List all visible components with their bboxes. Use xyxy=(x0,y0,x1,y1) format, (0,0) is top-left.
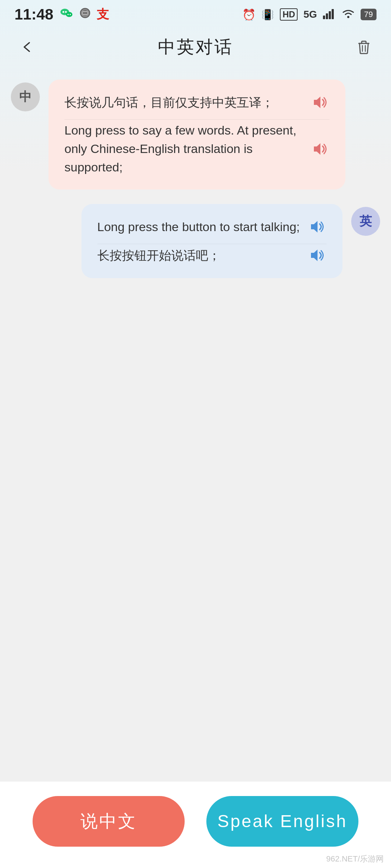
bubble-text-en: Long press to say a few words. At presen… xyxy=(64,121,303,176)
svg-point-2 xyxy=(65,11,67,13)
wechat-icon xyxy=(60,6,73,23)
5g-icon: 5G xyxy=(303,9,317,20)
svg-point-11 xyxy=(86,12,87,14)
watermark: 962.NET/乐游网 xyxy=(326,854,384,864)
svg-point-1 xyxy=(63,11,64,13)
alarm-icon: ⏰ xyxy=(242,8,256,21)
svg-rect-14 xyxy=(329,11,331,19)
delete-button[interactable] xyxy=(351,34,377,60)
bubble-line: 长按说几句话，目前仅支持中英互译； xyxy=(64,93,329,112)
separator xyxy=(64,119,329,120)
speaker-button-3[interactable] xyxy=(307,217,327,237)
svg-rect-15 xyxy=(332,9,334,19)
page-title: 中英对话 xyxy=(158,35,233,59)
avatar-chinese: 中 xyxy=(11,82,40,111)
svg-point-16 xyxy=(347,16,349,18)
bubble-line-3: Long press the button to start talking; xyxy=(97,217,327,237)
status-bar: 11:48 xyxy=(0,0,391,29)
bubble-line-2: Long press to say a few words. At presen… xyxy=(64,121,329,176)
svg-point-5 xyxy=(70,14,71,15)
bubble-text-zh: 长按说几句话，目前仅支持中英互译； xyxy=(64,93,303,112)
message-row-2: 英 Long press the button to start talking… xyxy=(11,204,380,278)
bubble-text-en-2: Long press the button to start talking; xyxy=(97,218,300,236)
navbar: 中英对话 xyxy=(0,29,391,65)
svg-rect-12 xyxy=(323,16,325,19)
svg-rect-13 xyxy=(326,13,328,19)
back-button[interactable] xyxy=(14,34,40,60)
svg-point-9 xyxy=(83,12,84,14)
status-icons: 支 xyxy=(60,6,109,23)
status-time: 11:48 xyxy=(14,6,53,23)
svg-point-10 xyxy=(84,12,86,14)
wifi-icon xyxy=(342,8,355,21)
battery-icon: 79 xyxy=(361,9,377,20)
hd-icon: HD xyxy=(280,8,298,21)
message-icon xyxy=(79,7,92,22)
speaker-button-2[interactable] xyxy=(310,139,329,159)
bubble-text-zh-2: 长按按钮开始说话吧； xyxy=(97,246,300,265)
status-right: ⏰ 📳 HD 5G 79 xyxy=(242,8,377,21)
speak-chinese-button[interactable]: 说中文 xyxy=(33,796,185,847)
alipay-red-icon: 支 xyxy=(97,6,109,23)
avatar-english: 英 xyxy=(351,207,380,236)
bubble-line-4: 长按按钮开始说话吧； xyxy=(97,246,327,265)
vibrate-icon: 📳 xyxy=(261,9,274,21)
signal-icon xyxy=(323,8,336,21)
bubble-blue: Long press the button to start talking; … xyxy=(81,204,342,278)
bubble-pink: 长按说几句话，目前仅支持中英互译； Long press to say a fe… xyxy=(49,80,345,190)
status-left: 11:48 xyxy=(14,6,109,23)
message-row: 中 长按说几句话，目前仅支持中英互译； Long press to say a … xyxy=(11,80,380,190)
chat-area: 中 长按说几句话，目前仅支持中英互译； Long press to say a … xyxy=(0,65,391,781)
speaker-button-1[interactable] xyxy=(310,93,329,112)
separator-2 xyxy=(97,244,327,244)
svg-point-3 xyxy=(66,12,72,17)
svg-point-4 xyxy=(68,14,69,15)
speaker-button-4[interactable] xyxy=(307,246,327,265)
speak-english-button[interactable]: Speak English xyxy=(206,796,358,847)
